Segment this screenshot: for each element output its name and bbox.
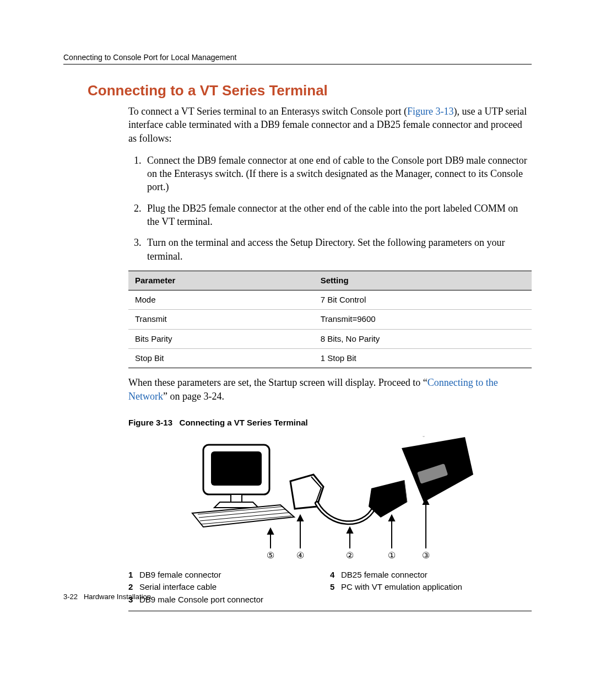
svg-text:②: ② <box>346 551 354 560</box>
svg-text:①: ① <box>388 551 396 560</box>
figure-illustration: ⑤ ④ ② ① ③ <box>128 436 532 563</box>
after-table-suffix: ” on page 3-24. <box>163 391 224 402</box>
figure-caption: Figure 3-13 Connecting a VT Series Termi… <box>128 417 532 428</box>
cell-setting: 8 Bits, No Parity <box>314 329 532 348</box>
legend-text: DB9 female connector <box>139 569 221 580</box>
figure-title: Connecting a VT Series Terminal <box>180 418 308 427</box>
running-header: Connecting to Console Port for Local Man… <box>63 53 532 64</box>
after-table-prefix: When these parameters are set, the Start… <box>128 377 428 388</box>
monitor-icon <box>203 445 269 508</box>
col-setting: Setting <box>314 271 532 290</box>
svg-rect-1 <box>211 451 262 486</box>
svg-marker-14 <box>347 527 353 533</box>
legend-row: 2 Serial interface cable <box>128 581 330 593</box>
parameters-table: Parameter Setting Mode 7 Bit Control Tra… <box>128 271 532 368</box>
table-row: Mode 7 Bit Control <box>128 290 532 310</box>
cell-setting: Transmit=9600 <box>314 310 532 329</box>
figure-legend: 1 DB9 female connector 2 Serial interfac… <box>128 566 532 611</box>
figure-ref-link[interactable]: Figure 3-13 <box>407 106 454 117</box>
chapter-name: Hardware Installation <box>84 593 151 601</box>
cell-param: Transmit <box>128 310 314 329</box>
intro-paragraph: To connect a VT Series terminal to an En… <box>128 105 532 145</box>
legend-num: 1 <box>128 569 139 580</box>
table-header-row: Parameter Setting <box>128 271 532 290</box>
col-parameter: Parameter <box>128 271 314 290</box>
cell-param: Mode <box>128 290 314 310</box>
svg-text:⑤: ⑤ <box>267 551 274 560</box>
legend-num: 2 <box>128 581 139 593</box>
legend-text: PC with VT emulation application <box>341 581 462 593</box>
svg-point-8 <box>423 436 425 437</box>
legend-num: 4 <box>330 569 341 580</box>
svg-text:③: ③ <box>422 551 430 560</box>
cell-param: Bits Parity <box>128 329 314 348</box>
keyboard-icon <box>192 505 294 527</box>
cell-setting: 7 Bit Control <box>314 290 532 310</box>
legend-row: 1 DB9 female connector <box>128 569 330 580</box>
db9-connector-icon <box>369 480 407 518</box>
legend-text: DB25 female connector <box>341 569 428 580</box>
legend-row: 5 PC with VT emulation application <box>330 581 532 593</box>
switch-port-icon <box>402 436 473 502</box>
intro-prefix: To connect a VT Series terminal to an En… <box>128 106 407 117</box>
svg-marker-16 <box>389 515 394 521</box>
legend-text: Serial interface cable <box>139 581 217 593</box>
svg-rect-2 <box>231 494 242 502</box>
svg-marker-10 <box>268 529 273 534</box>
legend-row: 3 DB9 male Console port connector <box>128 594 330 605</box>
legend-text: DB9 male Console port connector <box>139 594 263 605</box>
table-row: Transmit Transmit=9600 <box>128 310 532 329</box>
step-3: Turn on the terminal and access the Setu… <box>144 236 532 263</box>
callout-numbers: ⑤ ④ ② ① ③ <box>267 551 430 560</box>
after-table-paragraph: When these parameters are set, the Start… <box>128 376 532 403</box>
cell-setting: 1 Stop Bit <box>314 348 532 368</box>
section-title: Connecting to a VT Series Terminal <box>88 82 532 99</box>
cell-param: Stop Bit <box>128 348 314 368</box>
step-1: Connect the DB9 female connector at one … <box>144 154 532 194</box>
legend-num: 5 <box>330 581 341 593</box>
svg-text:④: ④ <box>296 551 304 560</box>
steps-list: Connect the DB9 female connector at one … <box>128 154 532 263</box>
page-number: 3-22 <box>63 593 78 601</box>
step-2: Plug the DB25 female connector at the ot… <box>144 202 532 229</box>
legend-row: 4 DB25 female connector <box>330 569 532 580</box>
svg-marker-12 <box>298 515 303 521</box>
table-row: Stop Bit 1 Stop Bit <box>128 348 532 368</box>
table-row: Bits Parity 8 Bits, No Parity <box>128 329 532 348</box>
page-footer: 3-22 Hardware Installation <box>63 593 151 601</box>
figure-label: Figure 3-13 <box>128 418 172 427</box>
